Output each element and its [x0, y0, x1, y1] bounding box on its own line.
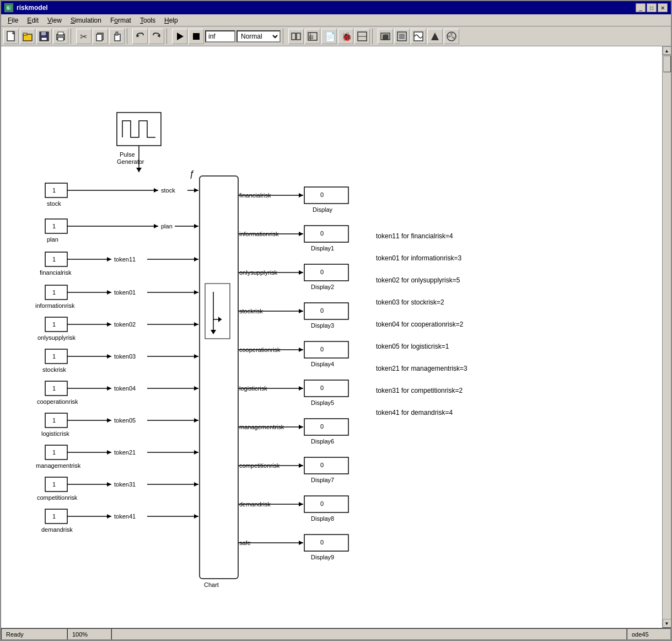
svg-rect-32 — [399, 34, 405, 39]
svg-marker-185 — [299, 502, 303, 506]
svg-text:token04: token04 — [114, 385, 136, 392]
svg-marker-54 — [194, 188, 198, 193]
play-button[interactable] — [172, 29, 187, 44]
docs-button[interactable]: 📄 — [321, 29, 337, 44]
diagram-canvas[interactable]: Pulse Generator ƒ Chart — [1, 46, 662, 628]
open-button[interactable] — [20, 29, 35, 44]
svg-rect-156 — [304, 303, 348, 319]
scroll-thumb[interactable] — [663, 56, 671, 72]
svg-marker-173 — [299, 425, 303, 429]
minimize-button[interactable]: _ — [636, 3, 646, 12]
vertical-scrollbar[interactable]: ▲ ▼ — [662, 46, 671, 628]
svg-marker-67 — [107, 257, 111, 261]
svg-rect-180 — [304, 457, 348, 474]
svg-text:0: 0 — [320, 423, 324, 430]
svg-text:Pulse: Pulse — [120, 151, 135, 158]
stop-button[interactable] — [189, 29, 204, 44]
svg-marker-131 — [107, 514, 111, 519]
svg-marker-17 — [157, 34, 160, 38]
scroll-down-button[interactable]: ▼ — [663, 619, 671, 628]
svg-rect-13 — [96, 34, 102, 41]
svg-rect-15 — [116, 32, 118, 35]
debug-button[interactable]: 🐞 — [338, 29, 353, 44]
new-button[interactable] — [3, 29, 19, 44]
library-button[interactable] — [288, 29, 304, 44]
sim-mode-select[interactable]: Normal Accelerator Rapid Accelerator — [236, 30, 281, 42]
svg-text:0: 0 — [320, 462, 324, 468]
extra1-button[interactable] — [354, 29, 370, 44]
svg-rect-79 — [45, 317, 67, 332]
svg-text:Display4: Display4 — [311, 361, 334, 367]
svg-text:1: 1 — [52, 256, 56, 263]
menu-view[interactable]: View — [43, 15, 66, 25]
svg-text:Display: Display — [313, 206, 333, 213]
svg-text:0: 0 — [320, 539, 324, 546]
copy-button[interactable] — [93, 29, 108, 44]
svg-text:competitionrisk: competitionrisk — [37, 494, 78, 501]
maximize-button[interactable]: □ — [647, 3, 657, 12]
svg-text:1: 1 — [52, 385, 56, 392]
svg-marker-18 — [177, 33, 184, 40]
sim-time-input[interactable]: inf — [205, 30, 235, 42]
svg-text:cooperationrisk: cooperationrisk — [37, 398, 78, 405]
menu-simulation[interactable]: Simulation — [66, 15, 106, 25]
svg-rect-162 — [304, 341, 348, 358]
scope-button[interactable] — [411, 29, 426, 44]
svg-text:0: 0 — [320, 307, 324, 314]
svg-marker-94 — [194, 354, 198, 359]
menu-file[interactable]: File — [3, 15, 23, 25]
cut-button[interactable]: ✂ — [76, 29, 92, 44]
svg-text:token03: token03 — [114, 353, 136, 360]
undo-button[interactable] — [132, 29, 148, 44]
svg-rect-4 — [23, 33, 27, 35]
svg-text:informationrisk: informationrisk — [35, 302, 75, 309]
sep1 — [71, 29, 74, 44]
svg-rect-111 — [45, 445, 67, 460]
print-button[interactable] — [53, 29, 68, 44]
svg-text:plan: plan — [161, 223, 173, 229]
scroll-up-button[interactable]: ▲ — [663, 46, 671, 55]
svg-rect-138 — [304, 187, 348, 204]
menu-edit[interactable]: Edit — [23, 15, 43, 25]
svg-text:1: 1 — [52, 223, 56, 229]
model-explorer-button[interactable]: ▤ — [305, 29, 320, 44]
svg-marker-62 — [194, 224, 198, 228]
svg-text:Display7: Display7 — [311, 477, 334, 483]
svg-text:token03 for stockrisk=2: token03 for stockrisk=2 — [376, 298, 444, 306]
svg-marker-191 — [299, 541, 303, 545]
title-bar: S riskmodel _ □ ✕ — [1, 1, 671, 14]
svg-rect-150 — [304, 264, 348, 281]
svg-rect-95 — [45, 381, 67, 396]
menu-format[interactable]: Format — [106, 15, 136, 25]
fan-button[interactable] — [444, 29, 459, 44]
svg-text:token02: token02 — [114, 321, 136, 328]
svg-text:1: 1 — [52, 289, 56, 296]
svg-text:▤: ▤ — [309, 34, 314, 40]
svg-text:logisticrisk: logisticrisk — [41, 430, 69, 437]
save-button[interactable] — [36, 29, 52, 44]
svg-rect-174 — [304, 419, 348, 435]
status-ready: Ready — [1, 628, 67, 640]
svg-marker-115 — [107, 450, 111, 455]
svg-text:Display2: Display2 — [311, 284, 334, 290]
title-bar-controls[interactable]: _ □ ✕ — [636, 3, 668, 12]
close-button[interactable]: ✕ — [658, 3, 668, 12]
status-zoom: 100% — [67, 628, 111, 640]
scroll-track[interactable] — [663, 55, 671, 619]
menu-help[interactable]: Help — [160, 15, 182, 25]
svg-marker-137 — [299, 193, 303, 197]
svg-rect-71 — [45, 285, 67, 300]
svg-marker-179 — [299, 463, 303, 468]
svg-text:Chart: Chart — [204, 581, 219, 588]
svg-text:📄: 📄 — [325, 31, 335, 42]
record-button[interactable] — [394, 29, 410, 44]
ready-text: Ready — [6, 631, 24, 638]
redo-button[interactable] — [149, 29, 164, 44]
svg-rect-144 — [304, 226, 348, 242]
paste-button[interactable] — [109, 29, 125, 44]
svg-text:✂: ✂ — [80, 32, 87, 41]
bus-button[interactable]: ⬛ — [378, 29, 393, 44]
svg-rect-19 — [193, 33, 200, 40]
up-button[interactable] — [427, 29, 443, 44]
menu-tools[interactable]: Tools — [136, 15, 160, 25]
